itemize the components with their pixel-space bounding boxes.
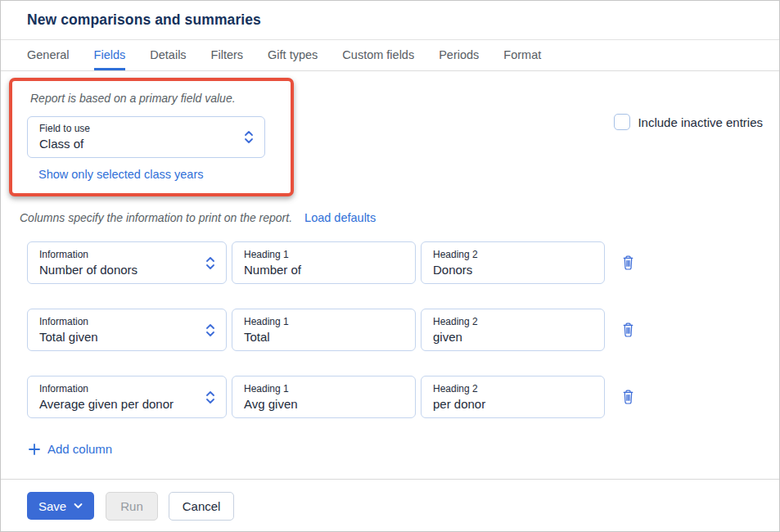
heading1-field[interactable]: Heading 1 Total bbox=[232, 309, 416, 351]
information-select[interactable]: Information Total given bbox=[27, 309, 227, 351]
dialog-header: New comparisons and summaries bbox=[1, 1, 779, 40]
heading1-field[interactable]: Heading 1 Number of bbox=[232, 241, 416, 284]
heading2-field[interactable]: Heading 2 per donor bbox=[421, 376, 605, 418]
column-row: Information Number of donors Heading 1 N… bbox=[27, 241, 779, 284]
delete-column-button[interactable] bbox=[621, 389, 635, 405]
heading1-label: Heading 1 bbox=[244, 383, 404, 394]
show-selected-class-years-link[interactable]: Show only selected class years bbox=[38, 168, 204, 181]
column-row: Information Average given per donor Head… bbox=[27, 376, 779, 418]
column-row: Information Total given Heading 1 Total … bbox=[27, 309, 779, 351]
add-column-label: Add column bbox=[47, 442, 112, 456]
information-value: Total given bbox=[39, 330, 98, 344]
field-to-use-select[interactable]: Field to use Class of bbox=[27, 116, 265, 158]
information-value: Average given per donor bbox=[39, 397, 174, 411]
delete-column-button[interactable] bbox=[621, 322, 635, 338]
tab-custom-fields[interactable]: Custom fields bbox=[342, 40, 414, 70]
page-title: New comparisons and summaries bbox=[27, 11, 261, 29]
footer-actions: Save Run Cancel bbox=[1, 480, 779, 521]
chevron-down-icon bbox=[74, 503, 83, 509]
primary-field-section: Report is based on a primary field value… bbox=[1, 71, 779, 196]
chevron-up-down-icon bbox=[205, 390, 216, 405]
information-label: Information bbox=[39, 383, 174, 394]
information-label: Information bbox=[39, 249, 138, 260]
primary-field-description: Report is based on a primary field value… bbox=[30, 92, 277, 105]
highlight-annotation-box: Report is based on a primary field value… bbox=[9, 78, 294, 196]
column-rows: Information Number of donors Heading 1 N… bbox=[27, 241, 779, 418]
information-select[interactable]: Information Number of donors bbox=[27, 241, 227, 284]
information-select[interactable]: Information Average given per donor bbox=[27, 376, 227, 418]
heading1-value: Total bbox=[244, 330, 404, 344]
field-to-use-value: Class of bbox=[39, 137, 90, 151]
include-inactive-row: Include inactive entries bbox=[614, 114, 763, 130]
run-button[interactable]: Run bbox=[106, 492, 158, 521]
save-button-label: Save bbox=[38, 499, 66, 513]
trash-icon bbox=[621, 255, 635, 271]
new-comparisons-dialog: New comparisons and summaries General Fi… bbox=[0, 0, 780, 532]
add-column-button[interactable]: Add column bbox=[29, 442, 112, 456]
heading2-value: per donor bbox=[433, 397, 593, 411]
chevron-up-down-icon bbox=[205, 255, 216, 271]
heading1-label: Heading 1 bbox=[244, 316, 404, 327]
columns-intro: Columns specify the information to print… bbox=[20, 211, 779, 224]
save-button[interactable]: Save bbox=[27, 492, 94, 520]
trash-icon bbox=[621, 389, 635, 405]
information-value: Number of donors bbox=[39, 263, 138, 277]
tab-gift-types[interactable]: Gift types bbox=[268, 40, 318, 70]
include-inactive-checkbox[interactable] bbox=[614, 114, 630, 130]
cancel-button[interactable]: Cancel bbox=[169, 492, 235, 521]
tab-general[interactable]: General bbox=[27, 40, 70, 70]
heading1-field[interactable]: Heading 1 Avg given bbox=[232, 376, 416, 418]
heading1-label: Heading 1 bbox=[244, 249, 404, 260]
plus-icon bbox=[29, 444, 40, 455]
heading2-field[interactable]: Heading 2 given bbox=[421, 309, 605, 351]
tab-format[interactable]: Format bbox=[503, 40, 541, 70]
columns-description: Columns specify the information to print… bbox=[20, 211, 292, 224]
heading1-value: Avg given bbox=[244, 397, 404, 411]
tab-details[interactable]: Details bbox=[150, 40, 186, 70]
heading1-value: Number of bbox=[244, 263, 404, 277]
tab-periods[interactable]: Periods bbox=[439, 40, 479, 70]
include-inactive-label: Include inactive entries bbox=[638, 115, 763, 129]
chevron-up-down-icon bbox=[243, 129, 255, 145]
heading2-value: given bbox=[433, 330, 593, 344]
delete-column-button[interactable] bbox=[621, 255, 635, 271]
heading2-value: Donors bbox=[433, 263, 593, 277]
heading2-label: Heading 2 bbox=[433, 383, 593, 394]
load-defaults-link[interactable]: Load defaults bbox=[304, 211, 376, 224]
tab-fields[interactable]: Fields bbox=[94, 40, 126, 70]
heading2-field[interactable]: Heading 2 Donors bbox=[421, 241, 605, 284]
tab-bar: General Fields Details Filters Gift type… bbox=[1, 40, 779, 71]
information-label: Information bbox=[39, 316, 98, 327]
tab-filters[interactable]: Filters bbox=[211, 40, 243, 70]
heading2-label: Heading 2 bbox=[433, 316, 593, 327]
heading2-label: Heading 2 bbox=[433, 249, 593, 260]
field-to-use-label: Field to use bbox=[39, 123, 90, 134]
trash-icon bbox=[621, 322, 635, 338]
chevron-up-down-icon bbox=[205, 322, 216, 338]
